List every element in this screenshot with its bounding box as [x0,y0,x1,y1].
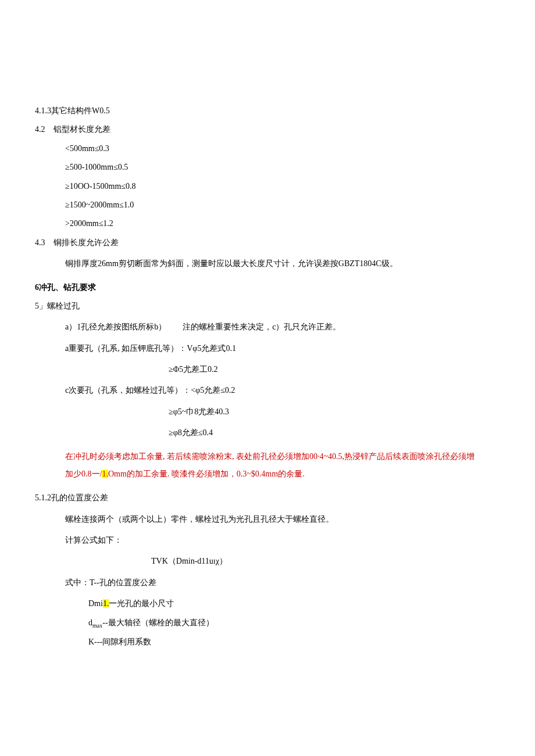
document-page: 4.1.3其它结构件W0.5 4.2 铝型材长度允差 <500mm≤0.3 ≥5… [0,0,535,756]
section-5-1-2-title: 5.1.2孔的位置度公差 [35,492,500,504]
section-4-2-title: 4.2 铝型材长度允差 [35,123,500,136]
section-4-1-3: 4.1.3其它结构件W0.5 [35,105,500,117]
s51-minor-hole-2: ≥φ5~巾8尤差40.3 [35,406,500,418]
s512-def-k: K---间隙利用系数 [35,636,500,648]
section-4-3-body: 铜排厚度26mm剪切断面常为斜面，测量时应以最大长度尺寸计，允许误差按GBZT1… [35,257,500,270]
red-note-part-b: Omm的加工余量. 喷漆件必须增加，0.3~$0.4mm的余量. [108,470,305,478]
s42-range-4: ≥1500~2000mm≤1.0 [35,199,500,212]
s512-formula-intro: 计算公式如下： [35,534,500,547]
dmin-highlight: 1. [103,599,109,608]
dmin-label-b: 一光孔的最小尺寸 [109,599,174,608]
dmax-label-b: --最大轴径（螺栓的最大直径） [102,618,213,627]
s42-range-2: ≥500-1000mm≤0.5 [35,161,500,174]
s42-range-1: <500mm≤0.3 [35,142,500,155]
dmax-label-a: d [88,618,92,627]
s512-formula: TVK（Dmin-d11uıχ） [35,555,500,568]
dmin-label-a: Dmi [88,599,103,608]
section-4-3-title: 4.3 铜排长度允许公差 [35,237,500,249]
s51-clause-a: a）1孔径允差按图纸所标b） 注的螺栓重要性来决定，c）孔只允许正差。 [35,321,500,334]
section-5-1-title: 5」螺栓过孔 [35,300,500,313]
dmax-subscript: max [92,622,102,628]
s512-desc: 螺栓连接两个（或两个以上）零件，螺栓过孔为光孔且孔径大于螺栓直径。 [35,513,500,526]
s51-minor-hole-3: ≥φ8允差≤0.4 [35,427,500,439]
s51-major-hole-2: ≥Φ5尤差工0.2 [35,363,500,376]
s512-def-dmin: Dmi1.一光孔的最小尺寸 [35,597,500,610]
s51-minor-hole: c次要孔（孔系，如螺栓过孔等）：<φ5允差≤0.2 [35,384,500,397]
section-5-heading: 6冲孔、钻孔要求 [35,281,500,294]
s42-range-3: ≥10OO-1500mm≤0.8 [35,180,500,193]
s42-range-5: >2000mm≤1.2 [35,217,500,230]
s51-major-hole: a重要孔（孔系, 如压钾底孔等）：Vφ5允差式0.1 [35,342,500,355]
s512-def-t: 式中：T--孔的位置度公差 [35,576,500,589]
red-note-highlight: 1. [102,470,108,478]
s512-def-dmax: dmax--最大轴径（螺栓的最大直径） [35,617,500,630]
s51-red-note: 在冲孔时必须考虑加工余量, 若后续需喷涂粉末, 表处前孔径必须增加00·4~40… [35,448,500,484]
